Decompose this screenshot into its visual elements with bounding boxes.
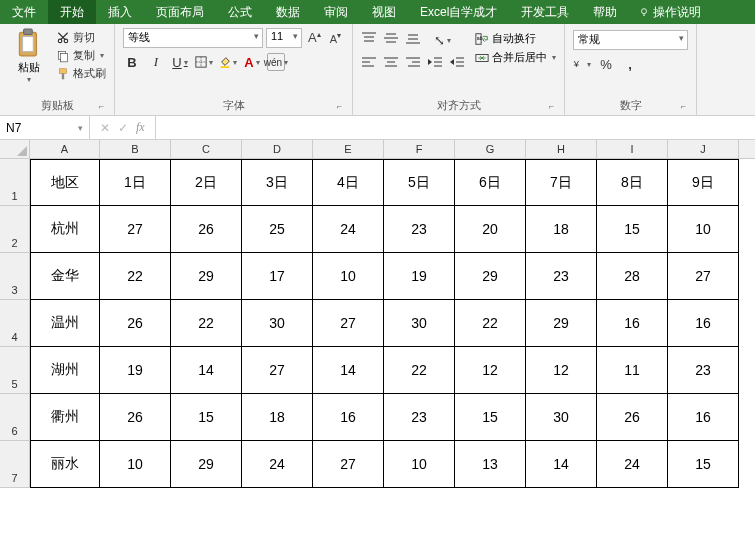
copy-button[interactable]: 复制▾ — [56, 48, 106, 63]
tab-公式[interactable]: 公式 — [216, 0, 264, 24]
cell[interactable]: 3日 — [242, 159, 313, 206]
fill-color-button[interactable] — [219, 53, 237, 71]
tab-页面布局[interactable]: 页面布局 — [144, 0, 216, 24]
cell[interactable]: 23 — [384, 394, 455, 441]
dialog-launcher-icon[interactable]: ⌐ — [99, 101, 104, 111]
cell[interactable]: 27 — [100, 206, 171, 253]
cell[interactable]: 27 — [242, 347, 313, 394]
col-header[interactable]: D — [242, 140, 313, 158]
cell[interactable]: 16 — [668, 394, 739, 441]
align-center-icon[interactable] — [383, 55, 399, 69]
cell[interactable]: 14 — [526, 441, 597, 488]
cell[interactable]: 24 — [597, 441, 668, 488]
cell[interactable]: 26 — [100, 394, 171, 441]
cell[interactable]: 4日 — [313, 159, 384, 206]
cell[interactable]: 27 — [313, 300, 384, 347]
cell[interactable]: 22 — [384, 347, 455, 394]
col-header[interactable]: F — [384, 140, 455, 158]
row-header[interactable]: 6 — [0, 394, 30, 441]
tab-开发工具[interactable]: 开发工具 — [509, 0, 581, 24]
cell[interactable]: 27 — [668, 253, 739, 300]
cell[interactable]: 29 — [171, 441, 242, 488]
tab-帮助[interactable]: 帮助 — [581, 0, 629, 24]
tab-插入[interactable]: 插入 — [96, 0, 144, 24]
col-header[interactable]: E — [313, 140, 384, 158]
cell[interactable]: 16 — [668, 300, 739, 347]
font-color-button[interactable]: A — [243, 53, 261, 71]
grow-font-button[interactable]: A▴ — [305, 30, 324, 45]
cell[interactable]: 14 — [171, 347, 242, 394]
cell[interactable]: 杭州 — [30, 206, 100, 253]
cell[interactable]: 30 — [384, 300, 455, 347]
confirm-icon[interactable]: ✓ — [118, 121, 128, 135]
cell[interactable]: 15 — [455, 394, 526, 441]
accounting-format-button[interactable]: ¥ — [573, 55, 591, 73]
row-header[interactable]: 2 — [0, 206, 30, 253]
cell[interactable]: 20 — [455, 206, 526, 253]
cell[interactable]: 24 — [242, 441, 313, 488]
col-header[interactable]: J — [668, 140, 739, 158]
row-header[interactable]: 4 — [0, 300, 30, 347]
cell[interactable]: 10 — [668, 206, 739, 253]
dialog-launcher-icon[interactable]: ⌐ — [549, 101, 554, 111]
cell[interactable]: 22 — [455, 300, 526, 347]
cell[interactable]: 29 — [455, 253, 526, 300]
indent-increase-icon[interactable] — [449, 55, 465, 69]
col-header[interactable]: C — [171, 140, 242, 158]
indent-decrease-icon[interactable] — [427, 55, 443, 69]
shrink-font-button[interactable]: A▾ — [327, 31, 344, 45]
bold-button[interactable]: B — [123, 53, 141, 71]
merge-center-button[interactable]: 合并后居中▾ — [475, 50, 556, 65]
cell[interactable]: 18 — [526, 206, 597, 253]
align-top-icon[interactable] — [361, 31, 377, 45]
cell[interactable]: 9日 — [668, 159, 739, 206]
cell[interactable]: 26 — [597, 394, 668, 441]
row-header[interactable]: 5 — [0, 347, 30, 394]
underline-button[interactable]: U — [171, 53, 189, 71]
tab-Excel自学成才[interactable]: Excel自学成才 — [408, 0, 509, 24]
tab-文件[interactable]: 文件 — [0, 0, 48, 24]
phonetic-button[interactable]: wén — [267, 53, 285, 71]
tell-me[interactable]: 操作说明 — [629, 0, 711, 24]
row-header[interactable]: 1 — [0, 159, 30, 206]
cell[interactable]: 25 — [242, 206, 313, 253]
col-header[interactable]: H — [526, 140, 597, 158]
cell[interactable]: 19 — [100, 347, 171, 394]
align-right-icon[interactable] — [405, 55, 421, 69]
comma-button[interactable]: , — [621, 55, 639, 73]
cell[interactable]: 衢州 — [30, 394, 100, 441]
percent-button[interactable]: % — [597, 55, 615, 73]
cell[interactable]: 23 — [384, 206, 455, 253]
cell[interactable]: 湖州 — [30, 347, 100, 394]
cell[interactable]: 16 — [313, 394, 384, 441]
dialog-launcher-icon[interactable]: ⌐ — [337, 101, 342, 111]
format-painter-button[interactable]: 格式刷 — [56, 66, 106, 81]
cell[interactable]: 1日 — [100, 159, 171, 206]
tab-数据[interactable]: 数据 — [264, 0, 312, 24]
cell[interactable]: 15 — [668, 441, 739, 488]
tab-审阅[interactable]: 审阅 — [312, 0, 360, 24]
cell[interactable]: 19 — [384, 253, 455, 300]
cell[interactable]: 2日 — [171, 159, 242, 206]
dialog-launcher-icon[interactable]: ⌐ — [681, 101, 686, 111]
cell[interactable]: 27 — [313, 441, 384, 488]
tab-开始[interactable]: 开始 — [48, 0, 96, 24]
italic-button[interactable]: I — [147, 53, 165, 71]
cancel-icon[interactable]: ✕ — [100, 121, 110, 135]
cell[interactable]: 12 — [526, 347, 597, 394]
cell[interactable]: 13 — [455, 441, 526, 488]
cell[interactable]: 18 — [242, 394, 313, 441]
font-name-select[interactable]: 等线 — [123, 28, 263, 48]
col-header[interactable]: I — [597, 140, 668, 158]
cell[interactable]: 金华 — [30, 253, 100, 300]
cell[interactable]: 10 — [100, 441, 171, 488]
cell[interactable]: 29 — [526, 300, 597, 347]
col-header[interactable]: A — [30, 140, 100, 158]
cell[interactable]: 温州 — [30, 300, 100, 347]
orientation-button[interactable]: ⤡ — [433, 31, 451, 49]
cell[interactable]: 23 — [526, 253, 597, 300]
tab-视图[interactable]: 视图 — [360, 0, 408, 24]
col-header[interactable]: G — [455, 140, 526, 158]
cell[interactable]: 12 — [455, 347, 526, 394]
cut-button[interactable]: 剪切 — [56, 30, 106, 45]
